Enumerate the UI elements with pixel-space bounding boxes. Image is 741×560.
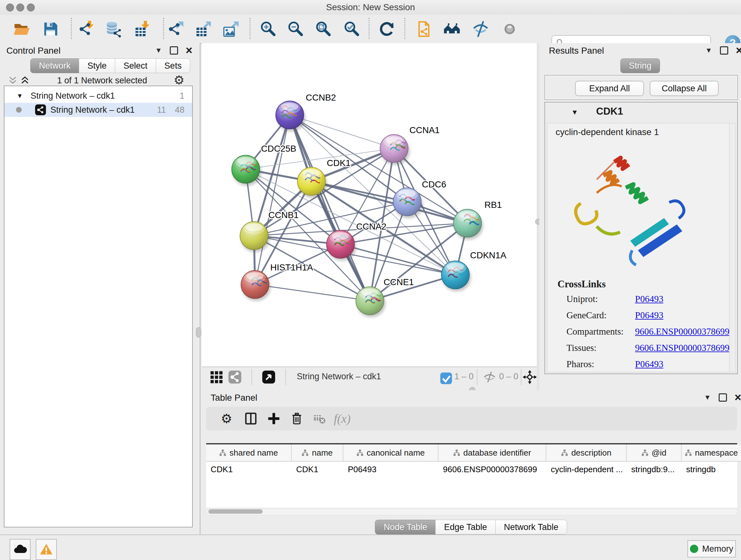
toolbar-separator [250,18,251,39]
delete-column-trash-icon[interactable] [290,412,304,426]
results-panel-float-icon[interactable] [720,46,728,55]
network-row-selected[interactable]: String Network – cdk1 11 48 [4,103,192,117]
expand-all-button[interactable]: Expand All [575,81,644,96]
crosslink-value[interactable]: P06493 [635,294,664,304]
share-session-button[interactable] [415,20,433,38]
control-panel-float-icon[interactable] [170,46,178,55]
horizontal-splitter[interactable] [202,386,537,390]
tab-style[interactable]: Style [79,58,115,73]
selected-checkbox-icon[interactable] [439,371,451,383]
column-header-canonicalname[interactable]: canonical name [343,444,439,462]
show-columns-icon[interactable] [244,412,258,426]
tab-edge-table[interactable]: Edge Table [435,520,495,535]
add-column-icon[interactable] [267,412,281,426]
results-panel-close-icon[interactable]: × [736,47,741,54]
network-status-dot-icon [16,107,22,113]
column-header-description[interactable]: description [546,444,627,462]
zoom-out-button[interactable] [286,20,305,38]
table-panel-float-icon[interactable] [719,393,727,401]
string-view-icon[interactable] [228,370,242,384]
node-label-CCNB1: CCNB1 [268,210,299,220]
control-panel-collapse-icon[interactable]: ▼ [155,47,162,54]
zoom-in-button[interactable] [259,20,277,38]
zoom-fit-icon [315,20,332,38]
column-header-sharedname[interactable]: shared name [206,444,292,462]
tab-select[interactable]: Select [115,58,156,73]
tab-sets[interactable]: Sets [156,58,190,73]
node-label-CDC25B: CDC25B [261,144,296,153]
import-table-button[interactable] [133,20,151,38]
crosslink-value[interactable]: P06493 [635,310,664,320]
table-cell[interactable]: stringdb [682,462,741,477]
table-cell[interactable]: P06493 [343,462,439,477]
toolbar-separator [368,18,369,39]
table-hscrollbar[interactable] [206,508,738,515]
network-canvas[interactable]: CCNB2 CCNA1 CDC25B CDK1 CDC6 RB1 [202,43,537,367]
grid-view-icon[interactable] [209,370,223,384]
table-cell[interactable]: 9606.ENSP00000378699 [439,462,546,477]
crosslink-value[interactable]: P06493 [635,359,664,369]
import-network-icon [78,20,95,38]
left-splitter-handle[interactable] [196,327,201,337]
cytoscape-window: { "window": { "title": "Session: New Ses… [0,0,741,560]
column-header-id[interactable]: @id [627,444,682,462]
cloud-button[interactable] [10,539,30,560]
import-network-database-button[interactable] [104,20,123,38]
column-header-namespace[interactable]: namespace [682,444,741,462]
table-panel-collapse-icon[interactable]: ▼ [704,394,711,401]
network-options-gear-icon[interactable]: ⚙ [174,73,185,87]
node-table[interactable]: shared namenamecanonical namedatabase id… [206,443,737,508]
tab-string[interactable]: String [620,58,660,73]
zoom-window-icon[interactable] [27,3,35,11]
table-cell[interactable]: CDK1 [206,462,292,477]
hide-panel-button[interactable] [471,20,490,38]
warning-icon [39,543,53,557]
export-network-button[interactable] [166,20,185,38]
vertical-splitter[interactable] [537,43,539,390]
show-panel-button[interactable] [500,20,519,38]
table-hscrollbar-thumb[interactable] [208,509,263,514]
zoom-fit-button[interactable] [314,20,333,38]
fit-content-move-icon[interactable] [523,370,537,384]
table-cell[interactable]: stringdb:9... [627,462,682,477]
column-header-databaseidentifier[interactable]: database identifier [439,444,546,462]
table-cell[interactable]: cyclin-dependent ... [546,462,627,477]
table-cell[interactable]: CDK1 [292,462,343,477]
table-gear-icon[interactable]: ⚙ [221,412,235,426]
column-header-name[interactable]: name [292,444,343,462]
network-collection-name: String Network – cdk1 [30,91,115,101]
crosslinks-list: Uniprot: P06493GeneCard: P06493Compartme… [566,294,732,375]
crosslink-value[interactable]: 9606.ENSP00000378699 [635,326,730,337]
table-panel-close-icon[interactable]: × [735,394,741,401]
results-panel-collapse-icon[interactable]: ▼ [705,47,712,54]
minimize-window-icon[interactable] [16,3,24,11]
expand-all-tree-icon[interactable] [20,75,30,86]
node-label-CDK1: CDK1 [327,158,351,168]
save-session-button[interactable] [41,20,60,38]
control-panel-close-icon[interactable]: × [186,47,192,54]
birdseye-view-icon[interactable] [262,370,276,384]
network-collection-row[interactable]: ▼ String Network – cdk1 1 [4,89,192,103]
tab-network-table[interactable]: Network Table [495,520,567,535]
collapse-all-tree-icon[interactable] [8,75,18,86]
import-network-button[interactable] [77,20,96,38]
tab-network[interactable]: Network [30,58,79,73]
gene-collapse-icon[interactable]: ▼ [571,108,578,117]
tab-node-table[interactable]: Node Table [375,520,435,535]
export-image-button[interactable] [222,20,240,38]
results-scrollbar[interactable] [729,123,734,372]
open-folder-button[interactable] [12,20,31,38]
home-pages-button[interactable] [443,20,461,38]
network-tree: ▼ String Network – cdk1 1 String Network… [4,85,193,527]
node-label-HIST1H1A: HIST1H1A [270,262,313,272]
refresh-layout-button[interactable] [378,20,396,38]
tree-expand-icon[interactable]: ▼ [17,92,23,100]
warning-button[interactable] [36,539,57,560]
crosslink-value[interactable]: 9606.ENSP00000378699 [635,343,730,353]
export-table-button[interactable] [194,20,212,38]
memory-button[interactable]: Memory [687,540,736,557]
zoom-selected-button[interactable] [342,20,361,38]
collapse-all-button[interactable]: Collapse All [650,81,719,96]
close-window-icon[interactable] [6,3,14,11]
node-label-CDKN1A: CDKN1A [470,250,507,260]
